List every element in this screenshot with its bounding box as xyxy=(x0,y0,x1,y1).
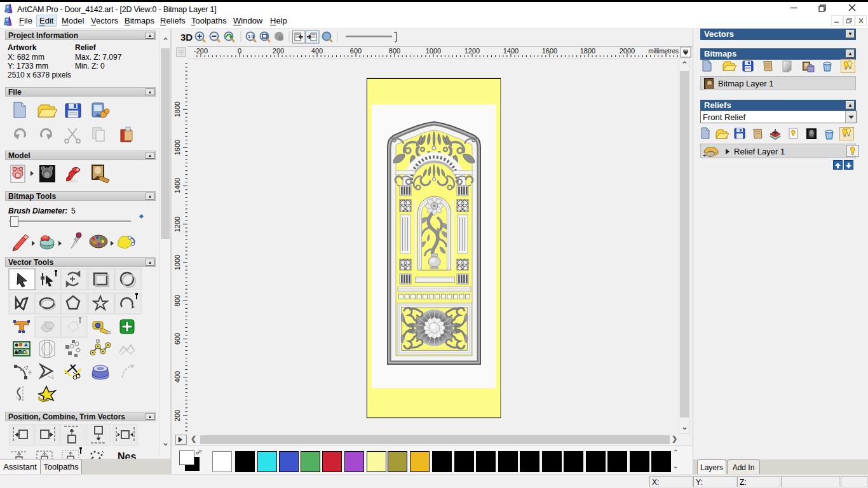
svg-text:1400: 1400 xyxy=(173,178,181,193)
svg-text:1:1: 1:1 xyxy=(248,34,254,39)
svg-text:400: 400 xyxy=(173,371,181,383)
svg-text:millimetres: millimetres xyxy=(648,48,679,55)
svg-text:200: 200 xyxy=(173,410,181,421)
svg-text:3D: 3D xyxy=(180,32,193,43)
svg-text:1800: 1800 xyxy=(580,47,595,55)
svg-text:1600: 1600 xyxy=(173,140,181,155)
svg-text:1200: 1200 xyxy=(173,217,181,232)
svg-text:600: 600 xyxy=(173,333,181,344)
svg-text:+: + xyxy=(703,152,707,159)
svg-text:800: 800 xyxy=(173,295,181,306)
svg-text:1800: 1800 xyxy=(173,102,181,117)
svg-text:1000: 1000 xyxy=(173,255,181,270)
